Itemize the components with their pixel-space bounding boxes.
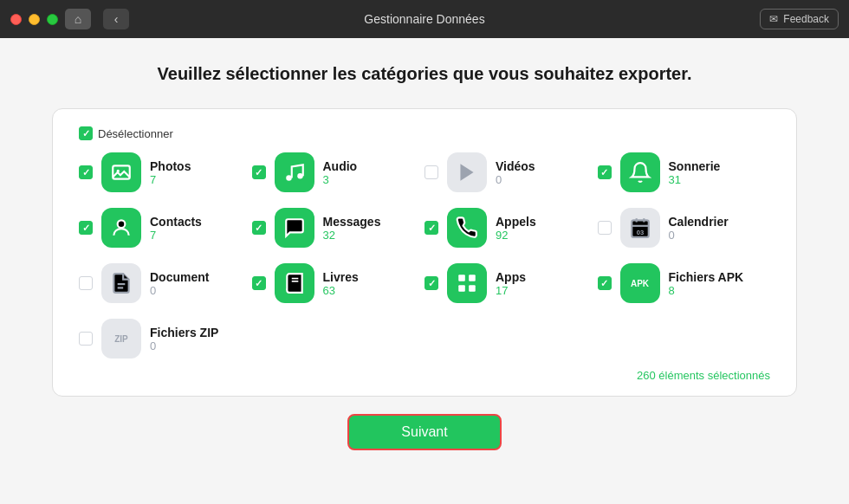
category-item-sonnerie: Sonnerie 31	[598, 152, 771, 192]
svg-rect-15	[458, 275, 465, 281]
category-icon-fichiers-apk: APK	[620, 263, 660, 303]
category-checkbox-photos[interactable]	[79, 165, 93, 179]
category-count-audio: 3	[323, 173, 358, 186]
category-info-sonnerie: Sonnerie 31	[669, 159, 721, 186]
category-name-livres: Livres	[323, 270, 359, 284]
category-info-calendrier: Calendrier 0	[669, 215, 729, 242]
svg-rect-16	[469, 275, 476, 281]
category-info-document: Document 0	[150, 270, 209, 297]
category-count-contacts: 7	[150, 229, 202, 242]
category-item-apps: Apps 17	[424, 263, 598, 303]
category-count-messages: 32	[323, 229, 381, 242]
category-name-photos: Photos	[150, 159, 191, 173]
category-count-calendrier: 0	[669, 229, 729, 242]
category-grid: Photos 7 Audio 3 Vidéos 0 Sonnerie 31	[79, 152, 770, 359]
category-info-videos: Vidéos 0	[496, 159, 535, 186]
category-count-sonnerie: 31	[669, 173, 721, 186]
category-item-document: Document 0	[79, 263, 252, 303]
category-count-fichiers-zip: 0	[150, 339, 218, 352]
category-info-photos: Photos 7	[150, 159, 191, 186]
svg-rect-18	[469, 285, 476, 292]
category-checkbox-fichiers-zip[interactable]	[79, 332, 93, 346]
category-info-fichiers-zip: Fichiers ZIP 0	[150, 326, 218, 352]
category-name-videos: Vidéos	[496, 159, 535, 173]
category-item-photos: Photos 7	[79, 152, 252, 192]
category-info-audio: Audio 3	[323, 159, 358, 186]
category-name-messages: Messages	[323, 215, 381, 229]
category-item-audio: Audio 3	[252, 152, 425, 192]
title-bar-controls: ⌂ ‹	[10, 9, 129, 29]
category-count-photos: 7	[150, 173, 191, 186]
next-button-wrap: Suivant	[347, 414, 501, 450]
category-item-contacts: Contacts 7	[79, 208, 252, 248]
category-item-fichiers-zip: ZIP Fichiers ZIP 0	[79, 319, 252, 359]
category-count-apps: 17	[496, 284, 526, 297]
title-bar: ⌂ ‹ Gestionnaire Données ✉ Feedback	[0, 0, 849, 38]
category-icon-appels	[447, 208, 487, 248]
category-checkbox-fichiers-apk[interactable]	[598, 276, 612, 290]
category-checkbox-apps[interactable]	[424, 276, 438, 290]
category-count-livres: 63	[323, 284, 359, 297]
category-item-messages: Messages 32	[252, 208, 425, 248]
category-count-appels: 92	[496, 229, 536, 242]
back-button[interactable]: ‹	[103, 9, 129, 29]
category-name-fichiers-apk: Fichiers APK	[669, 270, 744, 284]
category-info-apps: Apps 17	[496, 270, 526, 297]
main-content: Veuillez sélectionner les catégories que…	[0, 38, 849, 504]
deselect-all-checkbox[interactable]	[79, 126, 93, 140]
deselect-row: Désélectionner	[79, 126, 770, 140]
selection-count: 260 éléments sélectionnés	[79, 369, 770, 382]
category-icon-calendrier: 03	[620, 208, 660, 248]
category-icon-livres	[275, 263, 314, 303]
svg-rect-0	[113, 165, 130, 178]
category-checkbox-messages[interactable]	[252, 221, 266, 235]
category-icon-apps	[447, 263, 487, 303]
category-name-sonnerie: Sonnerie	[669, 159, 721, 173]
svg-point-3	[297, 173, 303, 179]
category-item-fichiers-apk: APK Fichiers APK 8	[598, 263, 771, 303]
category-count-document: 0	[150, 284, 209, 297]
category-item-calendrier: 03 Calendrier 0	[598, 208, 771, 248]
category-checkbox-appels[interactable]	[424, 221, 438, 235]
category-checkbox-document[interactable]	[79, 276, 93, 290]
category-icon-photos	[101, 152, 141, 192]
svg-rect-17	[458, 285, 465, 292]
deselect-label: Désélectionner	[98, 127, 173, 140]
category-icon-messages	[275, 208, 314, 248]
category-info-livres: Livres 63	[323, 270, 359, 297]
category-info-fichiers-apk: Fichiers APK 8	[669, 270, 744, 297]
category-icon-document	[101, 263, 141, 303]
svg-point-2	[286, 175, 292, 181]
svg-point-5	[118, 220, 126, 228]
category-checkbox-contacts[interactable]	[79, 221, 93, 235]
category-checkbox-calendrier[interactable]	[598, 221, 612, 235]
category-checkbox-sonnerie[interactable]	[598, 165, 612, 179]
category-item-appels: Appels 92	[424, 208, 598, 248]
category-icon-fichiers-zip: ZIP	[101, 319, 141, 359]
category-item-livres: Livres 63	[252, 263, 425, 303]
category-icon-sonnerie	[620, 152, 660, 192]
category-name-appels: Appels	[496, 215, 536, 229]
feedback-label: Feedback	[783, 13, 829, 25]
category-item-videos: Vidéos 0	[424, 152, 598, 192]
category-count-fichiers-apk: 8	[669, 284, 744, 297]
category-name-calendrier: Calendrier	[669, 215, 729, 229]
page-heading: Veuillez sélectionner les catégories que…	[158, 64, 692, 84]
category-checkbox-audio[interactable]	[252, 165, 266, 179]
maximize-button[interactable]	[47, 14, 58, 25]
home-button[interactable]: ⌂	[65, 9, 91, 29]
category-name-audio: Audio	[323, 159, 358, 173]
category-checkbox-videos[interactable]	[424, 165, 438, 179]
category-name-apps: Apps	[496, 270, 526, 284]
categories-card: Désélectionner Photos 7 Audio 3 Vidéos 0	[52, 108, 797, 397]
category-checkbox-livres[interactable]	[252, 276, 266, 290]
category-info-appels: Appels 92	[496, 215, 536, 242]
mail-icon: ✉	[769, 13, 778, 25]
feedback-button[interactable]: ✉ Feedback	[760, 9, 839, 29]
close-button[interactable]	[10, 14, 22, 25]
minimize-button[interactable]	[29, 14, 40, 25]
next-button[interactable]: Suivant	[347, 414, 501, 450]
selection-number: 260	[637, 369, 656, 382]
category-name-contacts: Contacts	[150, 215, 202, 229]
category-name-fichiers-zip: Fichiers ZIP	[150, 326, 218, 339]
